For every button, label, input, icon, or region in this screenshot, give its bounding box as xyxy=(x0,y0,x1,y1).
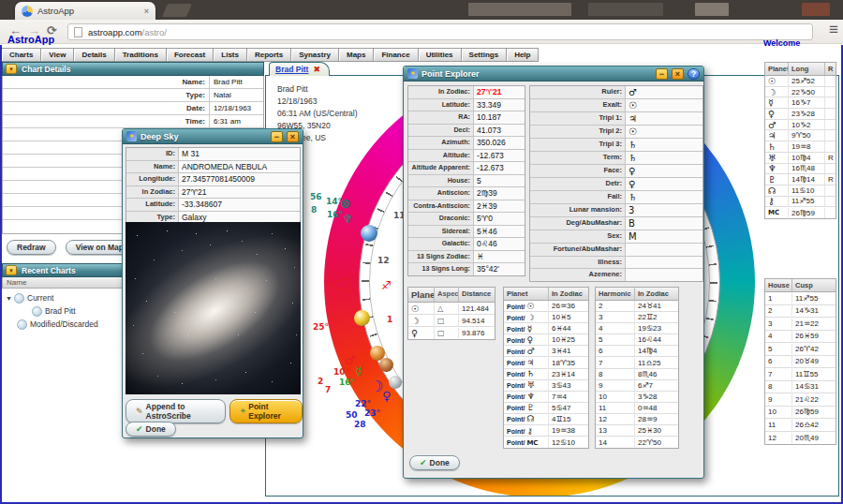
house-row[interactable]: 6 20♉49 xyxy=(765,356,836,369)
minimize-icon[interactable]: − xyxy=(271,131,283,142)
browser-menu-icon[interactable]: ≡ xyxy=(829,21,838,39)
harmonic-row[interactable]: 6 14♍4 xyxy=(596,346,678,357)
menu-item[interactable]: Forecast xyxy=(167,48,214,62)
harmonic-row[interactable]: 13 25♓30 xyxy=(596,425,678,437)
midpoint-row[interactable]: Point/ ♅ 3♋43 xyxy=(504,380,588,392)
column-header[interactable]: In Zodiac xyxy=(549,288,587,300)
harmonic-row[interactable]: 4 19♋23 xyxy=(596,323,678,334)
house-row[interactable]: 5 26♈42 xyxy=(765,343,836,356)
house-row[interactable]: 8 14♋31 xyxy=(765,381,836,394)
house-row[interactable]: 11 26♎42 xyxy=(765,419,836,432)
app-brand[interactable]: AstroApp xyxy=(7,34,54,45)
midpoint-row[interactable]: Point/ ♀ 10♓25 xyxy=(504,334,588,346)
point-explorer-button[interactable]: ✳Point Explorer xyxy=(229,399,303,423)
house-row[interactable]: 7 11♊55 xyxy=(765,368,836,381)
midpoint-row[interactable]: Point/ ♄ 23♓14 xyxy=(504,369,588,380)
midpoint-row[interactable]: Point/ ☊ 4♊15 xyxy=(504,414,588,425)
menu-item[interactable]: Charts xyxy=(2,48,41,62)
chart-tab-label[interactable]: Brad Pitt xyxy=(275,65,308,74)
collapse-panel-icon[interactable]: ▼ xyxy=(6,64,17,74)
menu-item[interactable]: Synastry xyxy=(291,48,339,62)
column-header[interactable]: Distance xyxy=(459,288,494,302)
minimize-icon[interactable]: − xyxy=(656,68,668,80)
midpoint-name: Point/ ♆ xyxy=(504,391,549,402)
midpoint-row[interactable]: Point/ ♆ 7♒4 xyxy=(504,392,588,403)
menu-item[interactable]: Help xyxy=(507,48,539,62)
harmonic-row[interactable]: 7 11♎25 xyxy=(596,357,678,368)
midpoint-row[interactable]: Point/ ♂ 3♓41 xyxy=(504,346,588,357)
harmonic-row[interactable]: 2 24♉41 xyxy=(596,301,678,312)
column-header[interactable]: In Zodiac xyxy=(635,288,677,300)
column-header[interactable]: Planet xyxy=(504,288,549,300)
midpoint-row[interactable]: Point/ ⚷ 19♒38 xyxy=(504,425,588,437)
field-row: Fall: ♄ xyxy=(530,191,702,204)
column-header[interactable]: Aspect xyxy=(435,288,459,302)
new-tab-button[interactable] xyxy=(162,4,192,17)
harmonic-row[interactable]: 9 6♐7 xyxy=(596,380,678,392)
chart-tab-close-icon[interactable]: ✖ xyxy=(313,65,320,74)
field-value: 2♓39 xyxy=(474,200,525,213)
point-explorer-titlebar[interactable]: ✶ Point Explorer − × ? xyxy=(404,67,703,82)
menu-item[interactable]: Details xyxy=(74,48,114,62)
help-icon[interactable]: ? xyxy=(688,68,700,80)
column-header[interactable]: R xyxy=(825,63,836,75)
chart-tab[interactable]: Brad Pitt ✖ xyxy=(269,62,330,76)
column-header[interactable]: Harmonic xyxy=(596,288,635,300)
midpoint-row[interactable]: Point/ ♇ 5♋47 xyxy=(504,403,588,414)
close-icon[interactable]: × xyxy=(287,131,299,142)
harmonic-row[interactable]: 8 8♏46 xyxy=(596,369,678,380)
retrograde-flag xyxy=(825,112,836,114)
browser-tab[interactable]: AstroApp × xyxy=(15,2,155,20)
menu-item[interactable]: Settings xyxy=(462,48,508,62)
menu-item[interactable]: View xyxy=(41,48,74,62)
house-row[interactable]: 2 14♑31 xyxy=(765,305,836,319)
menu-item[interactable]: Reports xyxy=(247,48,291,62)
chart-sphere-icon xyxy=(14,293,24,304)
done-button[interactable]: ✔Done xyxy=(126,422,176,437)
field-value: 5♈0 xyxy=(474,213,525,225)
harmonic-row[interactable]: 10 3♑28 xyxy=(596,392,678,403)
redraw-button[interactable]: Redraw xyxy=(7,240,56,255)
midpoint-row[interactable]: Point/ ☽ 10♓5 xyxy=(504,312,588,323)
tree-caret-icon[interactable]: ▼ xyxy=(4,295,14,302)
planet-row[interactable]: ⚷ 11♐55 xyxy=(765,197,836,208)
harmonic-row[interactable]: 5 16♌44 xyxy=(596,334,678,346)
midpoint-row[interactable]: Point/ MC 12♋10 xyxy=(504,437,588,448)
done-button[interactable]: ✔Done xyxy=(409,455,460,470)
column-header[interactable]: House xyxy=(765,279,792,291)
browser-tab-close-icon[interactable]: × xyxy=(144,7,149,16)
menu-item[interactable]: Lists xyxy=(214,48,247,62)
menu-item[interactable]: Maps xyxy=(339,48,374,62)
aspect-row[interactable]: ♀ □ 93.876 xyxy=(408,327,495,339)
harmonic-row[interactable]: 3 22♊2 xyxy=(596,312,678,323)
house-row[interactable]: 3 21♒22 xyxy=(765,318,836,331)
house-row[interactable]: 4 26♓59 xyxy=(765,331,836,344)
aspect-row[interactable]: ☉ △ 121.484 xyxy=(408,303,495,315)
address-bar[interactable]: astroapp.com/astro/ xyxy=(67,23,813,40)
harmonic-row[interactable]: 14 22♈50 xyxy=(596,437,678,448)
menu-item[interactable]: Finance xyxy=(374,48,418,62)
menu-item[interactable]: Utilities xyxy=(419,48,462,62)
deep-sky-titlebar[interactable]: ✶ Deep Sky − × xyxy=(123,129,303,144)
field-value: M 31 xyxy=(179,148,300,160)
house-row[interactable]: 9 21♌22 xyxy=(765,393,836,407)
collapse-panel-icon[interactable]: ▼ xyxy=(6,265,17,275)
house-row[interactable]: 12 20♏49 xyxy=(765,432,836,445)
harmonic-row[interactable]: 11 0♒48 xyxy=(596,403,678,414)
midpoint-row[interactable]: Point/ ☉ 26♒36 xyxy=(504,301,588,312)
column-header[interactable]: Long xyxy=(789,63,825,75)
aspect-row[interactable]: ☽ □ 94.514 xyxy=(408,315,495,327)
midpoint-row[interactable]: Point/ ♃ 18♈35 xyxy=(504,357,588,368)
midpoint-row[interactable]: Point/ ☿ 6♓44 xyxy=(504,323,588,334)
harmonic-row[interactable]: 12 28♒9 xyxy=(596,414,678,425)
field-row: Altitude: -12.673 xyxy=(408,150,525,163)
close-icon[interactable]: × xyxy=(672,68,684,80)
menu-item[interactable]: Traditions xyxy=(115,48,167,62)
welcome-link[interactable]: Welcome xyxy=(763,38,800,48)
house-row[interactable]: 10 26♍59 xyxy=(765,407,836,420)
house-row[interactable]: 1 11♐55 xyxy=(765,292,836,305)
planet-row[interactable]: MC 26♍59 xyxy=(765,207,836,218)
column-header[interactable]: Planet xyxy=(765,63,789,75)
column-header[interactable]: Cusp xyxy=(792,279,836,291)
column-header[interactable]: Planet xyxy=(408,288,435,302)
